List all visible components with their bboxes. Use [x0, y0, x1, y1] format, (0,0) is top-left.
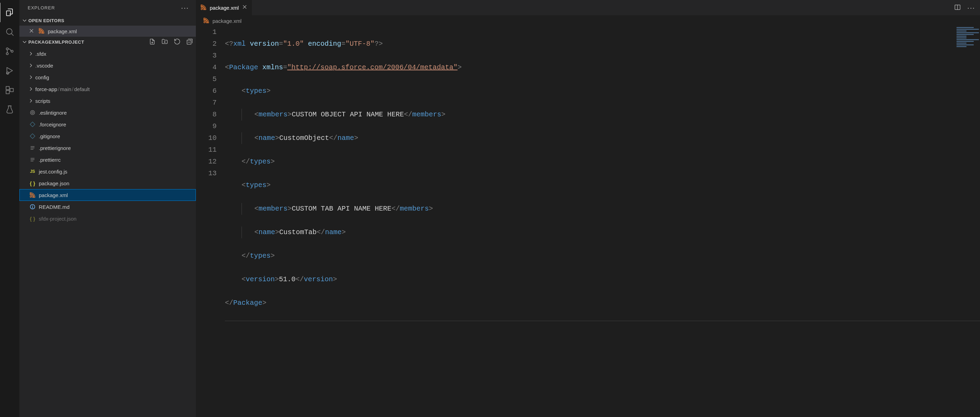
rss-icon — [204, 18, 209, 24]
tree-folder[interactable]: .vscode — [19, 59, 196, 71]
new-file-icon[interactable] — [149, 38, 156, 46]
editor-area: package.xml ··· package.xml 123456789101… — [196, 0, 980, 417]
braces-icon: { } — [29, 216, 36, 222]
open-editors-header[interactable]: OPEN EDITORS — [19, 15, 196, 26]
tree-folder-path[interactable]: force-app/main/default — [19, 83, 196, 95]
collapse-all-icon[interactable] — [186, 38, 193, 46]
chevron-right-icon — [28, 75, 34, 80]
chevron-down-icon — [21, 39, 28, 45]
activity-explorer[interactable] — [0, 3, 19, 22]
activity-run-debug[interactable] — [0, 61, 19, 80]
split-editor-icon[interactable] — [954, 4, 961, 12]
more-icon[interactable]: ··· — [967, 4, 975, 12]
tree-file[interactable]: .forceignore — [19, 118, 196, 130]
info-icon — [29, 204, 36, 209]
tree-file-selected[interactable]: package.xml — [19, 189, 196, 201]
tree-file[interactable]: { }sfdx-project.json — [19, 212, 196, 224]
tab-bar: package.xml ··· — [196, 0, 980, 15]
chevron-right-icon — [28, 51, 34, 56]
tab-actions: ··· — [954, 0, 980, 15]
chevron-down-icon — [21, 17, 28, 24]
code-content[interactable]: <?xml version="1.0" encoding="UTF-8"?> <… — [225, 26, 980, 417]
open-editors-label: OPEN EDITORS — [29, 18, 64, 23]
tree-file[interactable]: JSjest.config.js — [19, 166, 196, 177]
lines-icon — [29, 157, 36, 163]
sidebar-title: EXPLORER — [28, 5, 55, 10]
tab-filename: package.xml — [210, 5, 239, 11]
svg-rect-5 — [6, 86, 10, 90]
svg-point-3 — [11, 50, 13, 52]
braces-icon: { } — [29, 181, 36, 186]
activity-extensions[interactable] — [0, 80, 19, 100]
tree-file[interactable]: README.md — [19, 201, 196, 212]
sidebar-more-icon[interactable]: ··· — [181, 4, 189, 12]
project-actions — [149, 38, 193, 46]
svg-point-10 — [32, 112, 33, 113]
tree-file[interactable]: .prettierrc — [19, 154, 196, 166]
open-editor-item[interactable]: package.xml — [19, 26, 196, 37]
activity-bar — [0, 0, 19, 417]
tree-file[interactable]: .prettierignore — [19, 142, 196, 154]
editor-tab[interactable]: package.xml — [196, 0, 252, 15]
tree-folder[interactable]: scripts — [19, 95, 196, 107]
refresh-icon[interactable] — [174, 38, 181, 46]
svg-point-0 — [6, 29, 12, 34]
lines-icon — [29, 145, 36, 151]
tree-file[interactable]: .gitignore — [19, 130, 196, 142]
sidebar-header: EXPLORER ··· — [19, 0, 196, 15]
tree-file[interactable]: { }package.json — [19, 177, 196, 189]
breadcrumb-text: package.xml — [212, 18, 242, 24]
code-editor[interactable]: 12345678910111213 <?xml version="1.0" en… — [196, 26, 980, 417]
tree-folder[interactable]: .sfdx — [19, 48, 196, 59]
file-tree: .sfdx .vscode config force-app/main/defa… — [19, 47, 196, 224]
project-label: PACKAGEXMLPROJECT — [29, 40, 84, 45]
svg-rect-7 — [10, 88, 13, 91]
rss-icon — [29, 192, 36, 198]
svg-rect-6 — [6, 90, 10, 94]
js-icon: JS — [29, 169, 36, 174]
chevron-right-icon — [28, 63, 34, 68]
target-icon — [29, 110, 36, 115]
line-gutter: 12345678910111213 — [196, 26, 225, 417]
diamond-icon — [29, 133, 36, 139]
activity-search[interactable] — [0, 22, 19, 42]
rss-icon — [39, 28, 44, 35]
tree-file[interactable]: .eslintignore — [19, 107, 196, 118]
tree-folder[interactable]: config — [19, 71, 196, 83]
svg-point-9 — [30, 110, 35, 115]
explorer-sidebar: EXPLORER ··· OPEN EDITORS package.xml PA… — [19, 0, 196, 417]
new-folder-icon[interactable] — [161, 38, 168, 46]
close-icon[interactable] — [29, 29, 36, 34]
breadcrumb[interactable]: package.xml — [196, 15, 980, 26]
rss-icon — [201, 5, 206, 11]
chevron-right-icon — [28, 86, 34, 91]
open-editor-filename: package.xml — [48, 29, 77, 34]
chevron-right-icon — [28, 98, 34, 103]
minimap[interactable] — [955, 26, 980, 51]
activity-source-control[interactable] — [0, 42, 19, 61]
project-header[interactable]: PACKAGEXMLPROJECT — [19, 37, 196, 47]
activity-testing[interactable] — [0, 100, 19, 119]
close-tab-icon[interactable] — [242, 5, 247, 11]
diamond-icon — [29, 121, 36, 127]
